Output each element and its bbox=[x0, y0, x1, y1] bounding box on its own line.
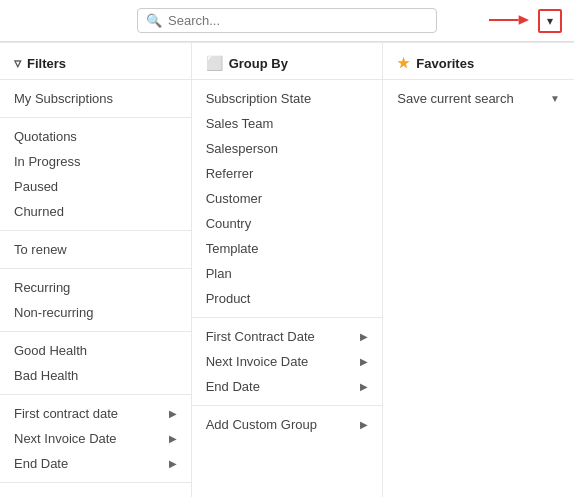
chevron-icon: ▶ bbox=[169, 408, 177, 419]
search-icon: 🔍 bbox=[146, 13, 162, 28]
chevron-icon: ▶ bbox=[169, 458, 177, 469]
filter-item-my-subscriptions[interactable]: My Subscriptions bbox=[0, 86, 191, 111]
groupby-divider-2 bbox=[192, 405, 383, 406]
groupby-item-customer[interactable]: Customer bbox=[192, 186, 383, 211]
chevron-icon: ▶ bbox=[360, 381, 368, 392]
star-icon: ★ bbox=[397, 55, 410, 71]
groupby-divider-1 bbox=[192, 317, 383, 318]
groupby-panel: ⬜ Group By Subscription State Sales Team… bbox=[192, 43, 384, 497]
filter-divider-2 bbox=[0, 230, 191, 231]
filters-panel: ▿ Filters My Subscriptions Quotations In… bbox=[0, 43, 192, 497]
groupby-item-plan[interactable]: Plan bbox=[192, 261, 383, 286]
filter-item-churned[interactable]: Churned bbox=[0, 199, 191, 224]
filter-divider-5 bbox=[0, 394, 191, 395]
chevron-down-icon: ▼ bbox=[550, 93, 560, 104]
filter-divider-6 bbox=[0, 482, 191, 483]
groupby-item-subscription-state[interactable]: Subscription State bbox=[192, 86, 383, 111]
groupby-item-product[interactable]: Product bbox=[192, 286, 383, 311]
favorites-panel-header: ★ Favorites bbox=[383, 55, 574, 80]
filter-item-in-progress[interactable]: In Progress bbox=[0, 149, 191, 174]
favorites-panel: ★ Favorites Save current search ▼ bbox=[383, 43, 574, 497]
filter-item-add-custom[interactable]: Add Custom Filter bbox=[0, 489, 191, 497]
dropdown-panels: ▿ Filters My Subscriptions Quotations In… bbox=[0, 42, 574, 497]
filter-item-end-date[interactable]: End Date ▶ bbox=[0, 451, 191, 476]
svg-marker-1 bbox=[519, 15, 529, 25]
groupby-item-add-custom-group[interactable]: Add Custom Group ▶ bbox=[192, 412, 383, 437]
filters-panel-header: ▿ Filters bbox=[0, 55, 191, 80]
chevron-icon: ▶ bbox=[360, 419, 368, 430]
filter-item-paused[interactable]: Paused bbox=[0, 174, 191, 199]
groupby-item-next-invoice-date[interactable]: Next Invoice Date ▶ bbox=[192, 349, 383, 374]
groupby-item-referrer[interactable]: Referrer bbox=[192, 161, 383, 186]
filter-item-first-contract-date[interactable]: First contract date ▶ bbox=[0, 401, 191, 426]
search-input-wrapper[interactable]: 🔍 bbox=[137, 8, 437, 33]
favorites-save-search[interactable]: Save current search ▼ bbox=[383, 86, 574, 111]
filter-item-to-renew[interactable]: To renew bbox=[0, 237, 191, 262]
red-arrow-annotation bbox=[484, 8, 534, 32]
filter-item-quotations[interactable]: Quotations bbox=[0, 124, 191, 149]
filter-item-non-recurring[interactable]: Non-recurring bbox=[0, 300, 191, 325]
chevron-icon: ▶ bbox=[360, 356, 368, 367]
filter-item-next-invoice-date[interactable]: Next Invoice Date ▶ bbox=[0, 426, 191, 451]
filter-divider-3 bbox=[0, 268, 191, 269]
filter-icon: ▿ bbox=[14, 55, 21, 71]
filter-divider-4 bbox=[0, 331, 191, 332]
filter-item-recurring[interactable]: Recurring bbox=[0, 275, 191, 300]
search-bar: 🔍 bbox=[0, 0, 574, 42]
filter-item-good-health[interactable]: Good Health bbox=[0, 338, 191, 363]
chevron-icon: ▶ bbox=[169, 433, 177, 444]
search-dropdown-toggle[interactable] bbox=[538, 9, 562, 33]
groupby-panel-header: ⬜ Group By bbox=[192, 55, 383, 80]
chevron-icon: ▶ bbox=[360, 331, 368, 342]
groupby-item-country[interactable]: Country bbox=[192, 211, 383, 236]
groupby-item-first-contract-date[interactable]: First Contract Date ▶ bbox=[192, 324, 383, 349]
groupby-item-end-date[interactable]: End Date ▶ bbox=[192, 374, 383, 399]
search-input[interactable] bbox=[168, 13, 428, 28]
layers-icon: ⬜ bbox=[206, 55, 223, 71]
filter-divider-1 bbox=[0, 117, 191, 118]
groupby-item-template[interactable]: Template bbox=[192, 236, 383, 261]
groupby-item-sales-team[interactable]: Sales Team bbox=[192, 111, 383, 136]
groupby-item-salesperson[interactable]: Salesperson bbox=[192, 136, 383, 161]
filter-item-bad-health[interactable]: Bad Health bbox=[0, 363, 191, 388]
